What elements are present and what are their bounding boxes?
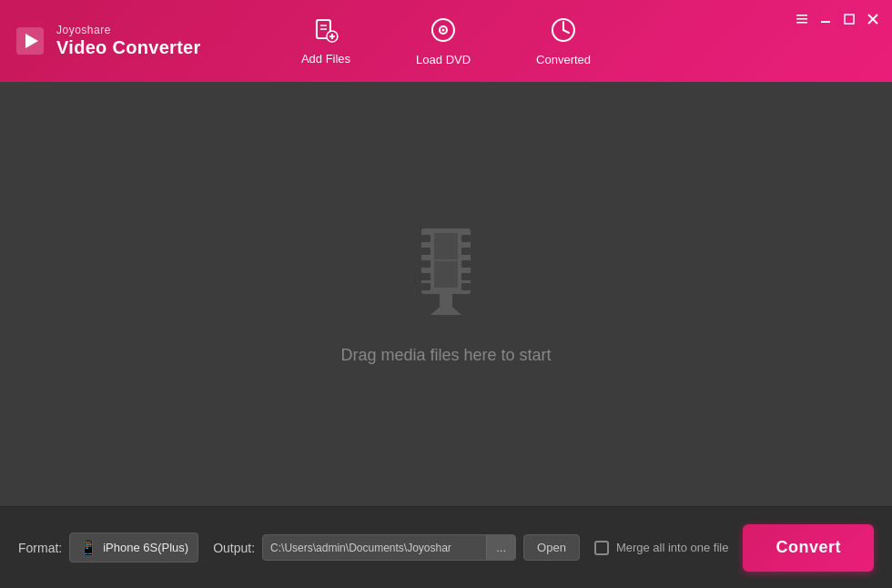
open-output-button[interactable]: Open	[523, 534, 580, 561]
svg-rect-28	[461, 248, 471, 255]
output-browse-button[interactable]: ...	[486, 535, 515, 560]
main-drop-area[interactable]: Drag media files here to start	[0, 82, 892, 506]
output-path-text: C:\Users\admin\Documents\Joyoshar	[263, 536, 486, 560]
svg-point-10	[442, 28, 445, 31]
add-files-icon	[313, 17, 339, 46]
load-dvd-button[interactable]: Load DVD	[401, 9, 485, 74]
drop-icon	[405, 224, 487, 324]
window-controls	[794, 11, 881, 27]
svg-line-13	[563, 30, 569, 33]
app-logo-icon	[13, 24, 47, 58]
menu-button[interactable]	[794, 11, 810, 27]
convert-button[interactable]: Convert	[743, 524, 874, 572]
app-brand: Joyoshare	[56, 24, 201, 36]
svg-rect-31	[461, 283, 471, 290]
add-files-button[interactable]: Add Files	[287, 10, 365, 73]
svg-rect-22	[421, 235, 431, 242]
svg-rect-35	[440, 294, 452, 307]
close-button[interactable]	[865, 11, 881, 27]
svg-rect-14	[796, 15, 807, 16]
add-files-label: Add Files	[301, 52, 350, 66]
svg-rect-24	[421, 260, 431, 268]
format-value: iPhone 6S(Plus)	[103, 541, 188, 554]
app-name-area: Joyoshare Video Converter	[56, 24, 201, 58]
minimize-button[interactable]	[817, 11, 834, 27]
svg-rect-27	[461, 235, 471, 242]
merge-label: Merge all into one file	[616, 541, 729, 554]
svg-rect-16	[796, 22, 807, 24]
load-dvd-label: Load DVD	[416, 53, 471, 66]
merge-checkbox[interactable]	[594, 541, 609, 555]
output-label: Output:	[213, 541, 255, 555]
load-dvd-icon	[430, 16, 457, 47]
svg-rect-29	[461, 260, 471, 268]
bottom-bar: Format: 📱 iPhone 6S(Plus) Output: C:\Use…	[0, 506, 892, 588]
toolbar-buttons: Add Files Load DVD Convert	[287, 0, 605, 82]
output-path-field: C:\Users\admin\Documents\Joyoshar ...	[262, 534, 516, 561]
app-logo-area: Joyoshare Video Converter	[0, 24, 201, 58]
converted-button[interactable]: Converted	[522, 9, 605, 74]
merge-section: Merge all into one file	[594, 541, 729, 555]
svg-rect-26	[421, 283, 431, 290]
output-section: Output: C:\Users\admin\Documents\Joyosha…	[213, 534, 580, 561]
maximize-button[interactable]	[841, 11, 857, 27]
svg-rect-23	[421, 248, 431, 255]
device-icon: 📱	[79, 539, 97, 556]
titlebar: Joyoshare Video Converter Add Files	[0, 0, 892, 82]
svg-rect-30	[461, 273, 471, 280]
converted-label: Converted	[536, 53, 591, 66]
app-title: Video Converter	[56, 36, 201, 58]
drop-hint-text: Drag media files here to start	[340, 346, 551, 365]
svg-rect-25	[421, 273, 431, 280]
converted-icon	[550, 16, 577, 47]
format-selector[interactable]: 📱 iPhone 6S(Plus)	[69, 532, 198, 563]
svg-rect-15	[796, 18, 807, 20]
format-label: Format:	[18, 541, 62, 555]
format-section: Format: 📱 iPhone 6S(Plus)	[18, 532, 198, 563]
drop-visual-icon	[405, 224, 487, 324]
svg-rect-18	[845, 15, 854, 24]
